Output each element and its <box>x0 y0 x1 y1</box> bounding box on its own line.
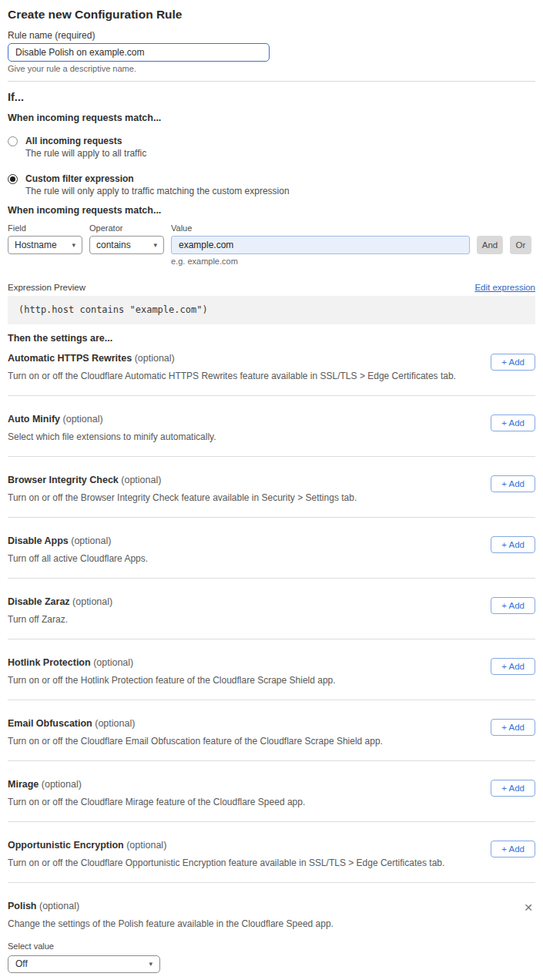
setting-row-disable-zaraz: Disable Zaraz (optional) Turn off Zaraz.… <box>8 579 535 639</box>
expression-builder-labels: Field Operator Value <box>8 223 535 233</box>
add-automatic-https-rewrites-button[interactable]: + Add <box>491 354 535 371</box>
if-heading: If... <box>8 91 535 104</box>
setting-name: Disable Apps <box>8 535 69 546</box>
optional-label: (optional) <box>42 779 82 790</box>
setting-description: Turn on or off the Cloudflare Email Obfu… <box>8 737 383 747</box>
divider <box>8 81 535 82</box>
optional-label: (optional) <box>39 901 79 911</box>
setting-name: Email Obfuscation <box>8 718 92 729</box>
setting-description: Change the settings of the Polish featur… <box>8 919 334 929</box>
value-hint: e.g. example.com <box>171 257 470 267</box>
polish-select-value: Off <box>15 958 28 969</box>
setting-description: Turn on or off the Hotlink Protection fe… <box>8 676 336 686</box>
polish-select-label: Select value <box>8 941 334 951</box>
optional-label: (optional) <box>95 718 135 729</box>
edit-expression-link[interactable]: Edit expression <box>474 282 535 293</box>
field-label: Field <box>8 223 82 233</box>
field-select-value: Hostname <box>15 240 57 250</box>
expression-preview-label: Expression Preview <box>8 282 85 293</box>
optional-label: (optional) <box>135 353 175 364</box>
rule-name-input[interactable] <box>8 43 270 62</box>
value-input[interactable] <box>171 236 470 254</box>
rule-name-label: Rule name (required) <box>8 30 535 41</box>
setting-name: Opportunistic Encryption <box>8 840 124 851</box>
setting-row-mirage: Mirage (optional) Turn on or off the Clo… <box>8 761 535 822</box>
optional-label: (optional) <box>126 840 166 851</box>
configuration-rule-form: Create new Configuration Rule Rule name … <box>0 0 543 979</box>
setting-row-opportunistic-encryption: Opportunistic Encryption (optional) Turn… <box>8 822 535 883</box>
setting-row-automatic-https-rewrites: Automatic HTTPS Rewrites (optional) Turn… <box>8 344 535 396</box>
setting-row-auto-minify: Auto Minify (optional) Select which file… <box>8 396 535 457</box>
add-auto-minify-button[interactable]: + Add <box>491 414 535 431</box>
chevron-down-icon: ▾ <box>153 242 157 249</box>
radio-description: The rule will apply to all traffic <box>25 148 146 159</box>
setting-name: Auto Minify <box>8 414 60 425</box>
add-email-obfuscation-button[interactable]: + Add <box>491 719 535 736</box>
rule-name-helper: Give your rule a descriptive name. <box>8 64 535 74</box>
or-button[interactable]: Or <box>510 236 531 254</box>
page-title: Create new Configuration Rule <box>8 8 535 22</box>
add-browser-integrity-check-button[interactable]: + Add <box>491 475 535 492</box>
setting-description: Turn on or off the Cloudflare Opportunis… <box>8 858 444 868</box>
expression-preview-header: Expression Preview Edit expression <box>8 282 535 293</box>
setting-description: Turn on or off the Browser Integrity Che… <box>8 493 357 503</box>
add-mirage-button[interactable]: + Add <box>491 780 535 797</box>
setting-row-polish: Polish (optional) Change the settings of… <box>8 883 535 979</box>
expression-preview-code: (http.host contains "example.com") <box>8 296 535 324</box>
chevron-down-icon: ▾ <box>72 242 75 249</box>
radio-custom-filter-expression[interactable]: Custom filter expression The rule will o… <box>8 173 535 196</box>
and-button[interactable]: And <box>477 236 503 254</box>
setting-name: Hotlink Protection <box>8 657 91 668</box>
add-disable-apps-button[interactable]: + Add <box>491 536 535 553</box>
operator-select[interactable]: contains ▾ <box>89 236 164 254</box>
chevron-down-icon: ▾ <box>149 961 153 968</box>
setting-row-email-obfuscation: Email Obfuscation (optional) Turn on or … <box>8 700 535 761</box>
add-hotlink-protection-button[interactable]: + Add <box>491 658 535 675</box>
value-label: Value <box>171 223 470 233</box>
radio-button-selected-icon[interactable] <box>8 174 18 184</box>
setting-description: Turn off all active Cloudflare Apps. <box>8 554 148 564</box>
setting-name: Disable Zaraz <box>8 596 70 607</box>
radio-description: The rule will only apply to traffic matc… <box>25 186 290 196</box>
add-disable-zaraz-button[interactable]: + Add <box>491 597 535 614</box>
setting-description: Turn on or off the Cloudflare Mirage fea… <box>8 797 305 807</box>
setting-name: Browser Integrity Check <box>8 475 119 485</box>
expression-builder-heading: When incoming requests match... <box>8 205 535 216</box>
setting-row-disable-apps: Disable Apps (optional) Turn off all act… <box>8 518 535 579</box>
setting-row-hotlink-protection: Hotlink Protection (optional) Turn on or… <box>8 639 535 700</box>
setting-name: Automatic HTTPS Rewrites <box>8 353 132 364</box>
setting-name: Polish <box>8 901 37 911</box>
optional-label: (optional) <box>93 657 133 668</box>
expression-builder-row: Hostname ▾ contains ▾ And Or <box>8 236 535 254</box>
optional-label: (optional) <box>121 475 161 485</box>
operator-label: Operator <box>89 223 164 233</box>
setting-description: Select which file extensions to minify a… <box>8 432 216 442</box>
incoming-requests-match-heading: When incoming requests match... <box>8 112 535 124</box>
optional-label: (optional) <box>63 414 103 425</box>
field-select[interactable]: Hostname ▾ <box>8 236 82 254</box>
radio-label: All incoming requests <box>25 136 146 146</box>
then-settings-heading: Then the settings are... <box>8 333 535 344</box>
radio-button-icon[interactable] <box>8 136 18 146</box>
setting-description: Turn on or off the Cloudflare Automatic … <box>8 371 456 381</box>
radio-all-incoming-requests[interactable]: All incoming requests The rule will appl… <box>8 136 535 159</box>
optional-label: (optional) <box>71 535 111 546</box>
polish-value-select[interactable]: Off ▾ <box>8 955 160 973</box>
setting-description: Turn off Zaraz. <box>8 615 112 625</box>
operator-select-value: contains <box>96 240 131 250</box>
setting-row-browser-integrity-check: Browser Integrity Check (optional) Turn … <box>8 457 535 518</box>
add-opportunistic-encryption-button[interactable]: + Add <box>491 841 535 858</box>
radio-label: Custom filter expression <box>25 173 290 184</box>
close-icon[interactable]: ✕ <box>521 902 535 913</box>
setting-name: Mirage <box>8 779 39 790</box>
optional-label: (optional) <box>72 596 112 607</box>
